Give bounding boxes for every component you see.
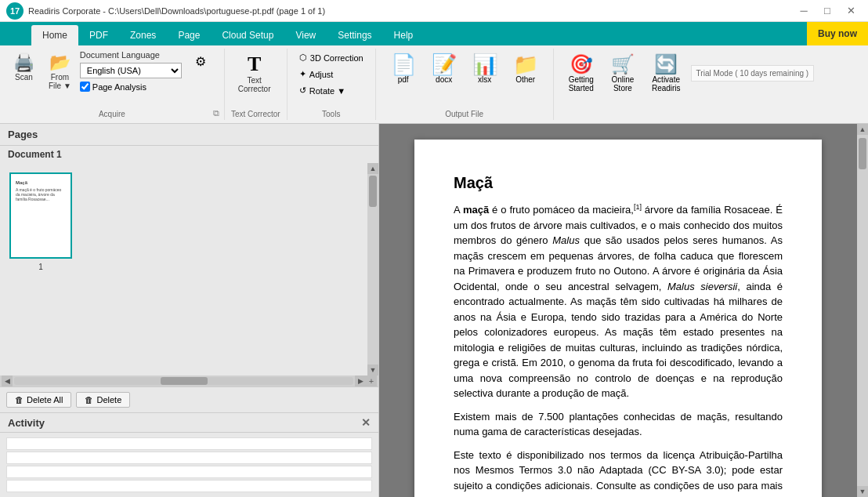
hscroll-plus[interactable]: + — [366, 375, 377, 386]
scroll-thumb[interactable] — [369, 176, 377, 207]
doc-lang-label: Document Language — [80, 50, 182, 60]
thumb-content: Maçã A maçã é o fruto pomáceo da macieir… — [14, 179, 67, 249]
activity-close-button[interactable]: ✕ — [361, 416, 371, 429]
buy-now-button[interactable]: Buy now — [807, 22, 868, 45]
delete-all-label: Delete All — [27, 395, 63, 404]
tab-pdf[interactable]: PDF — [78, 25, 119, 45]
pages-actions: 🗑 Delete All 🗑 Delete — [0, 386, 378, 412]
left-panel: Pages Document 1 Maçã A maçã é o fruto p… — [0, 124, 379, 497]
scroll-down-arrow[interactable]: ▼ — [367, 365, 378, 375]
hscroll-left[interactable]: ◀ — [2, 375, 13, 386]
tab-settings[interactable]: Settings — [327, 25, 382, 45]
scan-button[interactable]: 🖨️ Scan — [8, 50, 40, 85]
activate-icon: 🔄 — [654, 53, 678, 75]
3d-label: 3D Correction — [310, 53, 363, 63]
xlsx-icon: 📊 — [472, 54, 497, 74]
text-corrector-label: Text Corrector — [238, 76, 271, 93]
acquire-section: 🖨️ Scan 📂 From File ▼ Document Language … — [0, 49, 225, 120]
doc-scroll-thumb[interactable] — [859, 138, 866, 169]
close-button[interactable]: ✕ — [840, 2, 862, 20]
tools-title: Text Corrector — [225, 110, 287, 118]
other-label: Other — [515, 75, 535, 84]
thumb-number: 1 — [38, 263, 43, 271]
trial-mode-label: Trial Mode ( 10 days remaining ) — [691, 65, 815, 82]
online-store-button[interactable]: 🛒 Online Store — [604, 50, 642, 96]
docx-output-button[interactable]: 📝 docx — [425, 50, 464, 88]
activity-row-1 — [6, 437, 372, 450]
getting-started-button[interactable]: 🎯 Getting Started — [562, 50, 601, 96]
getting-started-icon: 🎯 — [570, 53, 593, 75]
getting-started-section: 🎯 Getting Started 🛒 Online Store 🔄 Activ… — [554, 49, 823, 120]
scroll-up-arrow[interactable]: ▲ — [367, 163, 378, 174]
acquire-title: Acquire — [0, 110, 224, 118]
page-analysis-checkbox[interactable] — [80, 82, 90, 92]
adjust-button[interactable]: ✦ Adjust — [295, 67, 338, 82]
page-thumbnail[interactable]: Maçã A maçã é o fruto pomáceo da macieir… — [9, 172, 72, 259]
acquire-expand[interactable]: ⧉ — [213, 108, 219, 118]
delete-icon: 🗑 — [85, 395, 93, 404]
ribbon-tabs: Home PDF Zones Page Cloud Setup View Set… — [0, 22, 868, 45]
tab-help[interactable]: Help — [383, 25, 425, 45]
pdf-icon: 📄 — [391, 54, 416, 74]
tab-home[interactable]: Home — [31, 25, 78, 45]
pages-area: Maçã A maçã é o fruto pomáceo da macieir… — [0, 163, 378, 375]
delete-button[interactable]: 🗑 Delete — [76, 392, 130, 408]
text-corrector-icon: T — [248, 54, 261, 74]
settings-button[interactable]: ⚙ — [185, 50, 216, 73]
xlsx-label: xlsx — [478, 75, 491, 84]
settings-icon: ⚙ — [195, 54, 206, 69]
doc-paragraph-3: Este texto é disponibilizado nos termos … — [454, 448, 783, 497]
3d-correction-button[interactable]: ⬡ 3D Correction — [295, 50, 367, 65]
from-file-icon: 📂 — [49, 54, 71, 71]
rotate-label: Rotate ▼ — [309, 86, 345, 96]
xlsx-output-button[interactable]: 📊 xlsx — [465, 50, 505, 88]
activate-readiris-button[interactable]: 🔄 Activate Readiris — [645, 50, 688, 96]
doc-paragraph-2: Existem mais de 7.500 plantações conheci… — [454, 409, 783, 440]
text-corrector-section: T Text Corrector Text Corrector — [225, 49, 288, 120]
tab-zones[interactable]: Zones — [119, 25, 167, 45]
title-bar: 17 Readiris Corporate - C:\Users\Dell\Do… — [0, 0, 868, 22]
output-buttons: 📄 pdf 📝 docx 📊 xlsx 📁 Other — [384, 50, 545, 88]
delete-all-button[interactable]: 🗑 Delete All — [6, 392, 71, 408]
from-file-button[interactable]: 📂 From File ▼ — [43, 50, 77, 94]
hscroll-right[interactable]: ▶ — [355, 375, 366, 386]
tab-view[interactable]: View — [284, 25, 327, 45]
window-controls: ─ □ ✕ — [793, 2, 862, 20]
scan-icon: 🖨️ — [13, 54, 34, 71]
doc-scroll-up[interactable]: ▲ — [857, 124, 868, 135]
document-label: Document 1 — [0, 146, 378, 163]
app-icon: 17 — [6, 2, 24, 20]
tab-cloud-setup[interactable]: Cloud Setup — [211, 25, 284, 45]
doc-vscroll: ▲ ▼ — [857, 124, 868, 497]
doc-view: Maçã A maçã é o fruto pomáceo da macieir… — [379, 124, 857, 497]
text-corrector-button[interactable]: T Text Corrector — [233, 50, 277, 97]
online-store-icon: 🛒 — [611, 53, 635, 75]
pages-scroll[interactable]: Maçã A maçã é o fruto pomáceo da macieir… — [0, 163, 367, 375]
window-title: Readiris Corporate - C:\Users\Dell\Downl… — [28, 6, 325, 16]
hscroll-thumb[interactable] — [161, 377, 208, 385]
doc-scroll-down[interactable]: ▼ — [857, 486, 868, 497]
pages-title: Pages — [8, 129, 38, 140]
page-analysis-row: Page Analysis — [80, 82, 182, 92]
from-file-label: From File ▼ — [49, 73, 71, 90]
tab-page[interactable]: Page — [167, 25, 211, 45]
minimize-button[interactable]: ─ — [793, 2, 815, 20]
other-output-button[interactable]: 📁 Other — [506, 50, 545, 88]
language-select[interactable]: English (USA) — [80, 63, 182, 78]
main-area: Pages Document 1 Maçã A maçã é o fruto p… — [0, 124, 868, 497]
docx-icon: 📝 — [432, 54, 457, 74]
maximize-button[interactable]: □ — [816, 2, 838, 20]
online-store-label: Online Store — [611, 75, 634, 93]
activity-title: Activity — [8, 417, 45, 429]
maca-bold: maçã — [463, 204, 489, 216]
getting-started-label: Getting Started — [569, 75, 594, 93]
pdf-output-button[interactable]: 📄 pdf — [384, 50, 423, 88]
doc-scroll-area[interactable]: Maçã A maçã é o fruto pomáceo da macieir… — [379, 124, 857, 497]
hscroll-track — [14, 377, 353, 385]
pages-header: Pages — [0, 124, 378, 146]
activity-row-3 — [6, 466, 372, 478]
tools-section: ⬡ 3D Correction ✦ Adjust ↺ Rotate ▼ Tool… — [288, 49, 376, 120]
adjust-icon: ✦ — [299, 69, 306, 79]
rotate-button[interactable]: ↺ Rotate ▼ — [295, 83, 349, 98]
activity-content — [0, 433, 378, 497]
